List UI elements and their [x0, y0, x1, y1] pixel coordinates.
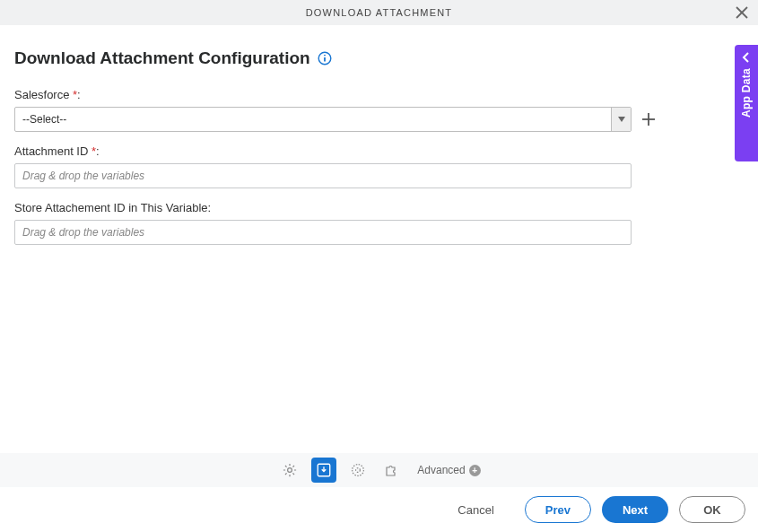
chevron-left-icon: [741, 52, 752, 63]
cancel-button[interactable]: Cancel: [438, 496, 513, 523]
attachment-id-field: Attachment ID *:: [14, 144, 744, 188]
svg-point-10: [353, 465, 364, 476]
page-header: Download Attachment Configuration: [14, 48, 744, 68]
chevron-down-icon[interactable]: [611, 108, 631, 131]
gear-dashed-icon[interactable]: [345, 458, 370, 483]
next-button[interactable]: Next: [602, 496, 668, 523]
dialog-title: DOWNLOAD ATTACHMENT: [306, 7, 453, 18]
advanced-label: Advanced: [417, 464, 465, 476]
download-step-icon[interactable]: [311, 458, 336, 483]
salesforce-select[interactable]: --Select--: [14, 107, 632, 132]
store-variable-input[interactable]: [14, 220, 632, 245]
salesforce-select-value: --Select--: [15, 108, 611, 131]
store-variable-label: Store Attachement ID in This Variable:: [14, 201, 744, 214]
prev-button[interactable]: Prev: [525, 496, 591, 523]
page-title: Download Attachment Configuration: [14, 48, 310, 68]
attachment-id-input[interactable]: [14, 163, 632, 188]
add-salesforce-button[interactable]: [640, 111, 657, 127]
svg-point-9: [356, 468, 361, 473]
puzzle-icon[interactable]: [379, 458, 405, 483]
side-tab-label: App Data: [740, 68, 753, 118]
footer: Advanced + Cancel Prev Next OK: [0, 453, 758, 532]
gear-icon[interactable]: [277, 458, 302, 483]
svg-point-4: [324, 55, 326, 57]
info-icon[interactable]: [318, 51, 332, 65]
svg-point-7: [288, 468, 292, 473]
button-row: Cancel Prev Next OK: [0, 487, 758, 532]
attachment-id-label: Attachment ID *:: [14, 144, 744, 158]
step-icon-bar: Advanced +: [0, 453, 758, 487]
advanced-link[interactable]: Advanced +: [417, 464, 480, 476]
content-area: Download Attachment Configuration Salesf…: [0, 25, 758, 245]
plus-circle-icon: +: [469, 465, 481, 476]
store-variable-field: Store Attachement ID in This Variable:: [14, 201, 744, 245]
close-icon[interactable]: [735, 5, 749, 20]
titlebar: DOWNLOAD ATTACHMENT: [0, 0, 758, 25]
salesforce-field: Salesforce *: --Select--: [14, 88, 744, 132]
app-data-side-tab[interactable]: App Data: [735, 45, 758, 161]
salesforce-label: Salesforce *:: [14, 88, 744, 101]
ok-button[interactable]: OK: [679, 496, 745, 523]
